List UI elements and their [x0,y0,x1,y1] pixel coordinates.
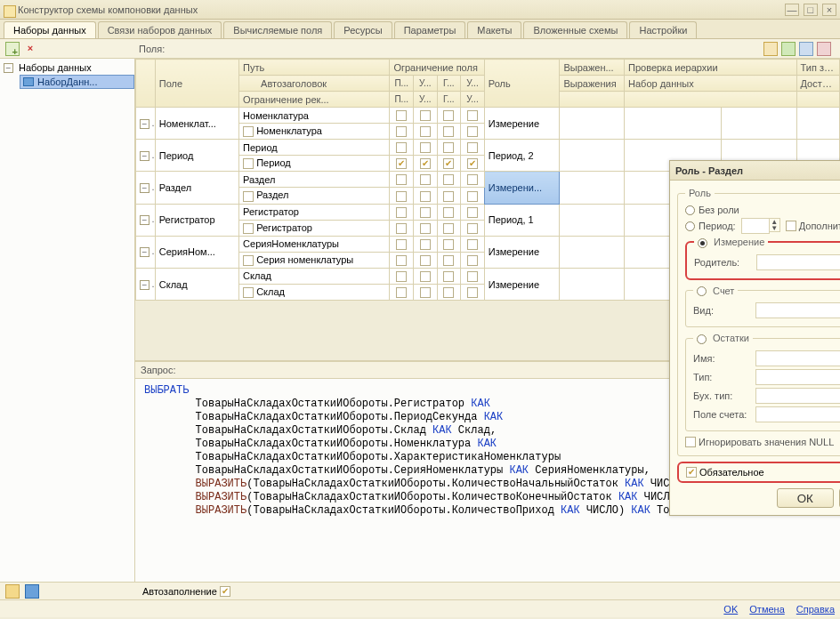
close-button[interactable]: × [822,4,836,16]
radio-dimension[interactable] [698,238,707,248]
radio-balance[interactable] [697,334,707,344]
checkbox[interactable] [443,158,454,169]
checkbox[interactable] [243,126,254,137]
collapse-icon[interactable]: − [4,63,13,73]
footer-help[interactable]: Справка [796,604,835,615]
type-dropdown[interactable]: ▾ [755,369,840,385]
table-row[interactable]: −Номенклат...НоменклатураИзмерение [136,108,840,124]
checkbox[interactable] [443,110,454,121]
open-icon[interactable] [5,584,20,599]
checkbox[interactable] [243,255,254,266]
checkbox[interactable] [420,191,431,202]
radio-no-role[interactable] [685,205,695,215]
checkbox[interactable] [396,207,407,218]
footer-cancel[interactable]: Отмена [749,604,784,615]
toolbar-icon-1[interactable] [763,42,778,56]
checkbox[interactable] [420,207,431,218]
checkbox[interactable] [467,110,478,121]
checkbox[interactable] [396,126,407,137]
save-icon[interactable] [25,584,39,599]
checkbox[interactable] [467,271,478,282]
checkbox[interactable] [443,223,454,234]
period-spinner[interactable]: ▲▼ [741,218,780,234]
dialog-ok-button[interactable]: ОК [777,488,834,508]
accfield-input[interactable] [755,406,840,422]
parent-dropdown[interactable]: ▼ [756,254,840,270]
checkbox[interactable] [467,255,478,266]
checkbox[interactable] [420,255,431,266]
col-path[interactable]: Путь [239,60,390,76]
dialog-titlebar[interactable]: Роль - Раздел × [670,161,840,181]
checkbox[interactable] [420,239,431,250]
checkbox[interactable] [443,271,454,282]
tab-links[interactable]: Связи наборов данных [98,21,222,38]
tab-nested[interactable]: Вложенные схемы [523,21,627,38]
kind-input[interactable] [755,302,840,318]
checkbox[interactable] [396,239,407,250]
tab-datasets[interactable]: Наборы данных [4,21,96,38]
checkbox[interactable] [396,110,407,121]
checkbox[interactable] [396,223,407,234]
expand-icon[interactable]: − [140,119,149,129]
checkbox[interactable] [420,287,431,298]
toolbar-icon-4[interactable] [817,42,831,56]
checkbox[interactable] [243,223,254,234]
checkbox[interactable] [467,191,478,202]
checkbox[interactable] [467,126,478,137]
col-role[interactable]: Роль [484,60,560,108]
toolbar-icon-2[interactable] [781,42,796,56]
toolbar-icon-3[interactable] [799,42,813,56]
col-valtype[interactable]: Тип значен... [796,60,839,76]
checkbox[interactable] [420,223,431,234]
col-expr[interactable]: Выражен... [560,60,625,76]
checkbox[interactable] [467,142,478,153]
checkbox[interactable] [420,271,431,282]
checkbox[interactable] [443,239,454,250]
tab-templates[interactable]: Макеты [467,21,521,38]
checkbox[interactable] [443,287,454,298]
checkbox[interactable] [420,158,431,169]
col-hier[interactable]: Проверка иерархии [625,60,797,76]
expand-icon[interactable]: − [140,280,149,290]
checkbox[interactable] [443,207,454,218]
checkbox[interactable] [443,191,454,202]
col-auto[interactable]: Автозаголовок [239,76,390,92]
checkbox[interactable] [420,174,431,185]
expand-icon[interactable]: − [140,215,149,225]
check-additional[interactable] [786,221,796,231]
col-field[interactable]: Поле [155,60,238,108]
acctype-dropdown[interactable]: ▾ [755,388,840,404]
expand-icon[interactable]: − [140,247,149,257]
radio-account[interactable] [697,286,707,296]
checkbox[interactable] [396,191,407,202]
checkbox[interactable] [396,174,407,185]
checkbox[interactable] [396,271,407,282]
maximize-button[interactable]: □ [804,4,818,16]
add-dataset-icon[interactable] [5,42,20,56]
footer-ok[interactable]: OK [723,604,738,615]
checkbox[interactable] [396,287,407,298]
checkbox[interactable] [467,174,478,185]
checkbox[interactable] [420,110,431,121]
col-restrict-field[interactable]: Ограничение поля [390,60,484,76]
tab-resources[interactable]: Ресурсы [334,21,392,38]
expand-icon[interactable]: − [140,183,149,193]
checkbox[interactable] [243,287,254,298]
checkbox[interactable] [467,158,478,169]
checkbox[interactable] [396,158,407,169]
checkbox[interactable] [467,287,478,298]
tab-params[interactable]: Параметры [394,21,466,38]
checkbox[interactable] [443,142,454,153]
name-input[interactable] [755,350,840,366]
delete-dataset-icon[interactable]: × [23,42,37,56]
checkbox[interactable] [443,255,454,266]
check-mandatory[interactable] [686,467,697,478]
tree-root[interactable]: − Наборы данных [0,60,134,75]
expand-icon[interactable]: − [140,151,149,161]
checkbox[interactable] [396,255,407,266]
checkbox[interactable] [443,126,454,137]
radio-period[interactable] [685,221,695,231]
check-ignore-null[interactable] [685,437,696,447]
checkbox[interactable] [420,126,431,137]
minimize-button[interactable]: — [785,4,799,16]
